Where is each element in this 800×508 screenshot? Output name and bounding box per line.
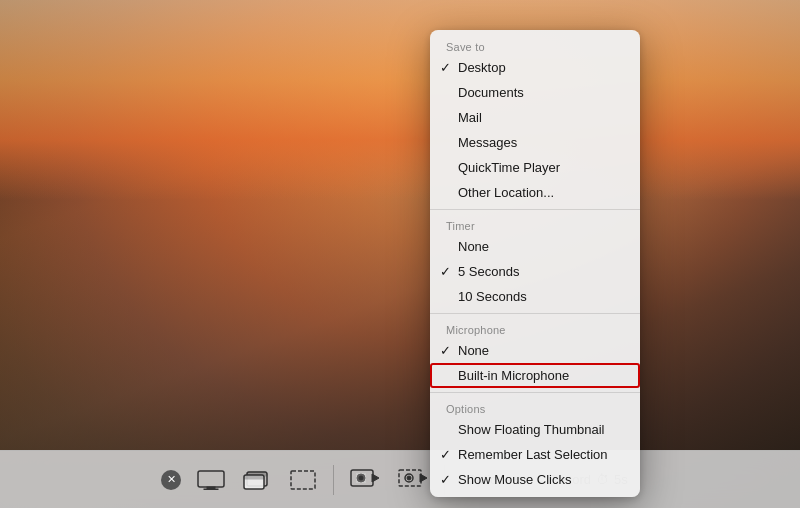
menu-section-options: Options <box>430 397 640 417</box>
menu-item-mail[interactable]: Mail <box>430 105 640 130</box>
menu-item-timer-none[interactable]: None <box>430 234 640 259</box>
menu-item-messages[interactable]: Messages <box>430 130 640 155</box>
svg-marker-15 <box>420 474 427 482</box>
menu-item-documents[interactable]: Documents <box>430 80 640 105</box>
menu-divider-2 <box>430 313 640 314</box>
svg-rect-6 <box>244 475 264 479</box>
screenshot-toolbar: ✕ <box>0 450 800 508</box>
menu-item-10sec[interactable]: 10 Seconds <box>430 284 640 309</box>
capture-entire-screen-icon <box>197 470 225 490</box>
menu-item-floating-thumbnail[interactable]: Show Floating Thumbnail <box>430 417 640 442</box>
capture-window-icon <box>243 469 271 491</box>
toolbar-separator-1 <box>333 465 334 495</box>
svg-rect-0 <box>198 471 224 487</box>
svg-point-10 <box>359 476 363 480</box>
capture-selection-button[interactable] <box>283 465 323 495</box>
svg-point-14 <box>407 476 411 480</box>
svg-rect-2 <box>204 489 218 490</box>
menu-item-builtin-mic[interactable]: Built-in Microphone <box>430 363 640 388</box>
svg-marker-11 <box>372 474 379 482</box>
menu-section-saveto: Save to <box>430 35 640 55</box>
record-screen-icon <box>350 469 380 491</box>
close-button[interactable]: ✕ <box>161 470 181 490</box>
menu-divider-3 <box>430 392 640 393</box>
menu-item-desktop[interactable]: Desktop <box>430 55 640 80</box>
record-selection-button[interactable] <box>392 465 434 495</box>
context-menu: Save to Desktop Documents Mail Messages … <box>430 30 640 497</box>
capture-entire-screen-button[interactable] <box>191 466 231 494</box>
menu-item-mic-none[interactable]: None <box>430 338 640 363</box>
menu-section-timer: Timer <box>430 214 640 234</box>
menu-item-show-mouse[interactable]: Show Mouse Clicks <box>430 467 640 492</box>
menu-item-remember-last[interactable]: Remember Last Selection <box>430 442 640 467</box>
close-icon: ✕ <box>167 473 176 486</box>
sky-gradient <box>0 0 800 200</box>
menu-divider-1 <box>430 209 640 210</box>
record-screen-button[interactable] <box>344 465 386 495</box>
menu-item-other-location[interactable]: Other Location... <box>430 180 640 205</box>
menu-item-5sec[interactable]: 5 Seconds <box>430 259 640 284</box>
menu-section-microphone: Microphone <box>430 318 640 338</box>
svg-rect-7 <box>291 471 315 489</box>
menu-item-quicktime[interactable]: QuickTime Player <box>430 155 640 180</box>
capture-window-button[interactable] <box>237 465 277 495</box>
record-selection-icon <box>398 469 428 491</box>
capture-selection-icon <box>289 469 317 491</box>
